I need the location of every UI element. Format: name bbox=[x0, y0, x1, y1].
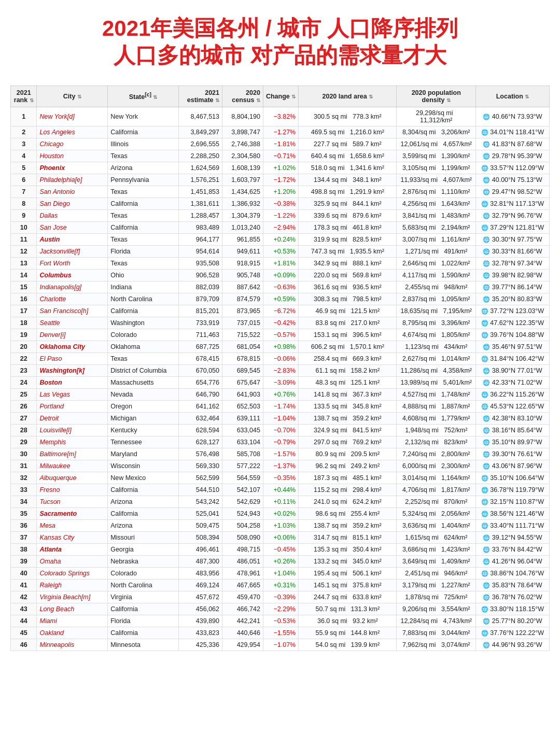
table-row: 10San JoseCalifornia983,4891,013,240−2.9… bbox=[11, 221, 550, 233]
cell-change: −0.45% bbox=[263, 543, 298, 555]
cell-estimate: 457,672 bbox=[178, 591, 222, 603]
cell-change: −1.37% bbox=[263, 460, 298, 472]
cell-land: 138.7 sq mi 359.2 km² bbox=[299, 412, 397, 424]
cell-city: Virginia Beach[m] bbox=[37, 591, 108, 603]
cell-location: 🌐 36.78°N 76.02°W bbox=[475, 591, 549, 603]
cell-rank: 1 bbox=[11, 107, 37, 126]
cell-estimate: 487,300 bbox=[178, 555, 222, 567]
header-change[interactable]: Change ⇅ bbox=[263, 86, 298, 107]
cell-location: 🌐 39.12°N 94.55°W bbox=[475, 531, 549, 543]
cell-change: +0.09% bbox=[263, 269, 298, 281]
header-city[interactable]: City ⇅ bbox=[37, 86, 108, 107]
cell-density: 1,123/sq mi 434/km² bbox=[397, 341, 475, 352]
cell-city: Atlanta bbox=[37, 543, 108, 555]
cell-change: +0.53% bbox=[263, 245, 298, 257]
cell-rank: 7 bbox=[11, 186, 37, 197]
globe-icon: 🌐 bbox=[481, 499, 488, 505]
cell-rank: 16 bbox=[11, 293, 37, 305]
cell-land: 133.2 sq mi 345.0 km² bbox=[299, 555, 397, 567]
cell-change: −0.06% bbox=[263, 352, 298, 364]
table-row: 11AustinTexas964,177961,855+0.24%319.9 s… bbox=[11, 233, 550, 245]
cell-census: 639,111 bbox=[222, 412, 263, 424]
cell-change: −2.29% bbox=[263, 603, 298, 615]
cell-change: −0.35% bbox=[263, 472, 298, 484]
cell-density: 4,706/sq mi 1,817/km² bbox=[397, 484, 475, 496]
cell-rank: 45 bbox=[11, 627, 37, 639]
table-row: 39OmahaNebraska487,300486,051+0.26%133.2… bbox=[11, 555, 550, 567]
cell-location: 🌐 44.96°N 93.26°W bbox=[475, 639, 549, 651]
cell-change: −1.27% bbox=[263, 126, 298, 138]
header-estimate[interactable]: 2021estimate ⇅ bbox=[178, 86, 222, 107]
cell-estimate: 544,510 bbox=[178, 484, 222, 496]
cell-location: 🌐 29.78°N 95.39°W bbox=[475, 150, 549, 162]
cell-state: Texas bbox=[108, 209, 179, 221]
cell-density: 8,795/sq mi 3,396/km² bbox=[397, 317, 475, 329]
cell-estimate: 646,790 bbox=[178, 388, 222, 400]
cell-census: 1,013,240 bbox=[222, 221, 263, 233]
cell-land: 606.2 sq mi 1,570.1 km² bbox=[299, 341, 397, 352]
cell-land: 361.6 sq mi 936.5 km² bbox=[299, 281, 397, 293]
cell-estimate: 562,599 bbox=[178, 472, 222, 484]
cell-change: −1.07% bbox=[263, 639, 298, 651]
table-row: 6Philadelphia[e]Pennsylvania1,576,2511,6… bbox=[11, 174, 550, 186]
table-header-row: 2021rank ⇅ City ⇅ State[c] ⇅ 2021estimat… bbox=[11, 86, 550, 107]
cell-city: Chicago bbox=[37, 138, 108, 150]
cell-change: −0.79% bbox=[263, 436, 298, 448]
cell-state: California bbox=[108, 305, 179, 317]
cell-location: 🌐 32.79°N 96.76°W bbox=[475, 209, 549, 221]
table-row: 22El PasoTexas678,415678,815−0.06%258.4 … bbox=[11, 352, 550, 364]
cell-rank: 32 bbox=[11, 472, 37, 484]
cell-land: 187.3 sq mi 485.1 km² bbox=[299, 472, 397, 484]
cell-land: 258.4 sq mi 669.3 km² bbox=[299, 352, 397, 364]
header-state[interactable]: State[c] ⇅ bbox=[108, 86, 179, 107]
globe-icon: 🌐 bbox=[483, 439, 490, 445]
cell-density: 2,132/sq mi 823/km² bbox=[397, 436, 475, 448]
cell-change: −0.63% bbox=[263, 281, 298, 293]
cell-location: 🌐 37.72°N 123.03°W bbox=[475, 305, 549, 317]
cell-state: Arizona bbox=[108, 162, 179, 174]
cell-land: 141.8 sq mi 367.3 km² bbox=[299, 388, 397, 400]
cell-state: Texas bbox=[108, 186, 179, 197]
cell-census: 2,746,388 bbox=[222, 138, 263, 150]
table-row: 29MemphisTennessee628,127633,104−0.79%29… bbox=[11, 436, 550, 448]
globe-icon: 🌐 bbox=[483, 642, 490, 648]
cell-census: 486,051 bbox=[222, 555, 263, 567]
cell-land: 297.0 sq mi 769.2 km² bbox=[299, 436, 397, 448]
cell-city: Milwaukee bbox=[37, 460, 108, 472]
cell-estimate: 879,709 bbox=[178, 293, 222, 305]
cell-city: Los Angeles bbox=[37, 126, 108, 138]
cell-density: 2,837/sq mi 1,095/km² bbox=[397, 293, 475, 305]
globe-icon: 🌐 bbox=[483, 272, 490, 278]
globe-icon: 🌐 bbox=[481, 308, 488, 314]
cell-state: Colorado bbox=[108, 567, 179, 579]
cell-city: Tucson bbox=[37, 496, 108, 507]
cell-census: 873,965 bbox=[222, 305, 263, 317]
globe-icon: 🌐 bbox=[483, 463, 490, 469]
header-location[interactable]: Location ⇅ bbox=[475, 86, 549, 107]
cell-city: Memphis bbox=[37, 436, 108, 448]
cell-land: 80.9 sq mi 209.5 km² bbox=[299, 448, 397, 460]
header-rank[interactable]: 2021rank ⇅ bbox=[11, 86, 37, 107]
cell-city: Omaha bbox=[37, 555, 108, 567]
header-census[interactable]: 2020census ⇅ bbox=[222, 86, 263, 107]
cell-land: 46.9 sq mi 121.5 km² bbox=[299, 305, 397, 317]
cell-census: 641,903 bbox=[222, 388, 263, 400]
cell-change: −1.55% bbox=[263, 627, 298, 639]
cell-estimate: 483,956 bbox=[178, 567, 222, 579]
cell-state: New Mexico bbox=[108, 472, 179, 484]
table-row: 35SacramentoCalifornia525,041524,943+0.0… bbox=[11, 507, 550, 519]
cell-city: Washington[k] bbox=[37, 364, 108, 376]
cell-land: 518.0 sq mi 1,341.6 km² bbox=[299, 162, 397, 174]
header-density[interactable]: 2020 population density ⇅ bbox=[397, 86, 475, 107]
cell-density: 4,888/sq mi 1,887/km² bbox=[397, 400, 475, 412]
header-land[interactable]: 2020 land area ⇅ bbox=[299, 86, 397, 107]
cell-density: 1,948/sq mi 752/km² bbox=[397, 424, 475, 436]
cell-census: 1,386,932 bbox=[222, 197, 263, 209]
cell-location: 🌐 41.83°N 87.68°W bbox=[475, 138, 549, 150]
cell-rank: 5 bbox=[11, 162, 37, 174]
cell-density: 1,615/sq mi 624/km² bbox=[397, 531, 475, 543]
cell-census: 504,258 bbox=[222, 519, 263, 531]
cell-land: 135.3 sq mi 350.4 km² bbox=[299, 543, 397, 555]
table-row: 25Las VegasNevada646,790641,903+0.76%141… bbox=[11, 388, 550, 400]
globe-icon: 🌐 bbox=[483, 344, 490, 350]
